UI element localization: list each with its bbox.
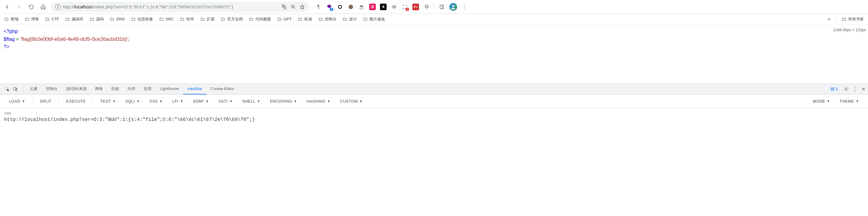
extensions-area: ¶ 3 ☕ 沉 X 1 F≡ ⋮	[315, 3, 468, 11]
inspect-icon[interactable]	[5, 87, 10, 92]
message-count[interactable]: 1	[829, 86, 840, 92]
svg-point-7	[350, 7, 351, 8]
ext-black-x-icon[interactable]: X	[380, 4, 386, 10]
bookmark-item[interactable]: 设计	[342, 17, 357, 22]
ext-coffee-icon[interactable]: ☕	[359, 4, 365, 10]
svg-point-15	[845, 88, 847, 90]
bookmark-item[interactable]: GPT	[277, 17, 292, 21]
hackbar-sqli-button[interactable]: SQLI ▼	[121, 97, 145, 106]
address-bar[interactable]: i http://localhost/index.php?ser=O:3:"BU…	[51, 2, 309, 12]
devtools-tab[interactable]: HackBar	[183, 84, 207, 94]
bookmark-item[interactable]: SRC	[159, 17, 174, 21]
profile-avatar[interactable]	[449, 3, 457, 11]
forward-button[interactable]	[15, 3, 23, 11]
site-info-icon[interactable]: i	[55, 4, 61, 9]
all-bookmarks-button[interactable]: 所有书签	[842, 17, 864, 22]
svg-point-8	[394, 6, 395, 7]
devtools-tab[interactable]: 性能	[107, 84, 123, 94]
bookmark-star-icon[interactable]	[300, 4, 305, 9]
bookmark-item[interactable]: DNS	[110, 17, 125, 21]
ext-cookie-icon[interactable]	[347, 4, 354, 10]
devtools-tab[interactable]: Lighthouse	[156, 84, 183, 94]
devtools-tab[interactable]: 源代码/来源	[62, 84, 91, 94]
side-panel-icon[interactable]	[438, 4, 445, 10]
hackbar-shell-button[interactable]: SHELL ▼	[238, 97, 265, 106]
svg-point-6	[351, 6, 352, 7]
bookmark-item[interactable]: 漏洞库	[65, 17, 84, 22]
bookmark-item[interactable]: 博客	[25, 17, 39, 22]
bookmarks-overflow-icon[interactable]: »	[828, 17, 831, 22]
devtools-menu-icon[interactable]: ⋮	[852, 86, 858, 92]
ext-eye-icon[interactable]	[391, 4, 397, 10]
hackbar-xss-button[interactable]: XSS ▼	[145, 97, 167, 106]
svg-point-3	[339, 5, 342, 8]
menu-button[interactable]: ⋮	[461, 4, 468, 10]
url-section: URL	[0, 108, 868, 125]
bookmarks-bar: 靶场博客CTF漏洞库源码DNS信息收集SRC软件扩展官方文档代码截图GPT机场控…	[0, 14, 868, 25]
ext-circle-icon[interactable]	[337, 4, 343, 10]
bookmark-item[interactable]: 图片修改	[363, 17, 385, 22]
hackbar-encoding-button[interactable]: ENCODING ▼	[265, 97, 302, 106]
url-text: http://localhost/index.php?ser=O:3:"BUU"…	[63, 4, 279, 9]
extensions-icon[interactable]	[423, 4, 430, 10]
bookmark-item[interactable]: 源码	[89, 17, 104, 22]
devtools-tab[interactable]: Cookie-Editor	[207, 84, 239, 94]
close-devtools-icon[interactable]	[861, 87, 866, 91]
url-input[interactable]	[4, 117, 864, 122]
hackbar-ssrf-button[interactable]: SSRF ▼	[188, 97, 214, 106]
url-label: URL	[4, 111, 864, 116]
home-button[interactable]	[39, 3, 48, 11]
hackbar-execute-button[interactable]: EXECUTE	[61, 97, 90, 106]
devtools-tab[interactable]: 内存	[123, 84, 140, 94]
devtools-tab[interactable]: 应用	[140, 84, 156, 94]
zoom-icon[interactable]	[290, 4, 296, 9]
paragraph-icon[interactable]: ¶	[315, 4, 322, 10]
hackbar-lfi-button[interactable]: LFI ▼	[167, 97, 188, 106]
translate-icon[interactable]	[282, 4, 287, 9]
bookmark-item[interactable]: 控制台	[318, 17, 337, 22]
bookmark-item[interactable]: CTF	[45, 17, 59, 21]
settings-icon[interactable]	[843, 86, 849, 92]
bookmark-item[interactable]: 代码截图	[249, 17, 271, 22]
back-button[interactable]	[3, 3, 11, 11]
hackbar-load-button[interactable]: LOAD ▼	[4, 97, 30, 106]
svg-rect-9	[440, 5, 444, 9]
page-content: 1166.40px × 120px <?php $flag = 'flag{8b…	[0, 25, 868, 54]
hackbar-mode-button[interactable]: MODE ▼	[808, 97, 835, 106]
devtools-tab[interactable]: 控制台	[42, 84, 62, 94]
bookmark-item[interactable]: 官方文档	[221, 17, 243, 22]
hackbar-test-button[interactable]: TEST ▼	[95, 97, 121, 106]
hackbar-toolbar: LOAD ▼SPLITEXECUTE TEST ▼SQLI ▼XSS ▼LFI …	[0, 94, 868, 108]
devtools-tab[interactable]: 网络	[91, 84, 107, 94]
reload-button[interactable]	[27, 3, 35, 11]
ext-red-f-icon[interactable]: F≡	[412, 4, 419, 10]
dimensions-label: 1166.40px × 120px	[833, 27, 866, 33]
ext-pink-icon[interactable]: 沉	[369, 4, 376, 10]
bookmark-item[interactable]: 扩展	[200, 17, 215, 22]
browser-toolbar: i http://localhost/index.php?ser=O:3:"BU…	[0, 0, 868, 14]
devtools-tabs: 元素控制台源代码/来源网络性能内存应用LighthouseHackBarCook…	[0, 84, 868, 94]
hackbar-ssti-button[interactable]: SSTI ▼	[214, 97, 238, 106]
devtools-tab[interactable]: 元素	[26, 84, 42, 94]
svg-point-4	[349, 4, 353, 9]
hackbar-custom-button[interactable]: CUSTOM ▼	[335, 97, 368, 106]
bookmark-item[interactable]: 软件	[180, 17, 194, 22]
ext-scan-icon[interactable]: 1	[402, 4, 408, 10]
hackbar-hashing-button[interactable]: HASHING ▼	[302, 97, 335, 106]
ext-purple-icon[interactable]: 3	[326, 4, 333, 10]
svg-point-10	[452, 5, 454, 7]
bookmark-item[interactable]: 信息收集	[131, 17, 153, 22]
bookmark-item[interactable]: 靶场	[4, 17, 19, 22]
bookmark-item[interactable]: 机场	[298, 17, 312, 22]
hackbar-split-button[interactable]: SPLIT	[35, 97, 56, 106]
hackbar-theme-button[interactable]: THEME ▼	[835, 97, 864, 106]
device-icon[interactable]	[12, 87, 18, 92]
svg-point-5	[350, 6, 350, 7]
